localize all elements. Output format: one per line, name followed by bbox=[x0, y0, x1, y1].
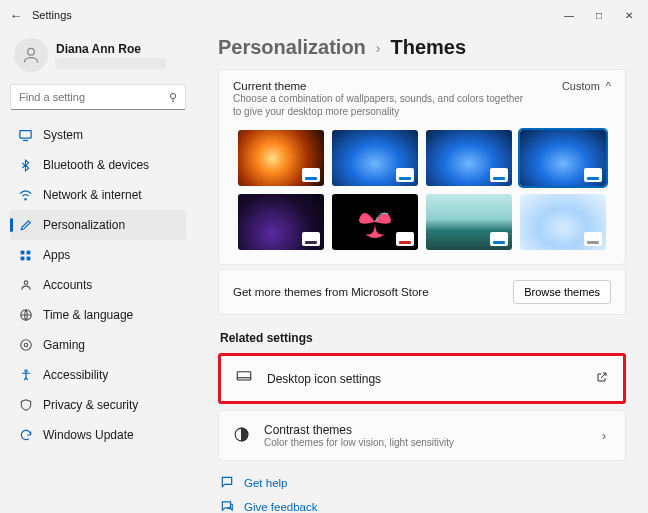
update-icon bbox=[18, 428, 33, 443]
nav-gaming[interactable]: Gaming bbox=[10, 330, 186, 360]
nav-system[interactable]: System bbox=[10, 120, 186, 150]
nav-network[interactable]: Network & internet bbox=[10, 180, 186, 210]
accessibility-icon bbox=[18, 368, 33, 383]
nav-accounts[interactable]: Accounts bbox=[10, 270, 186, 300]
nav-label: Apps bbox=[43, 248, 70, 262]
breadcrumb: Personalization › Themes bbox=[218, 36, 626, 59]
avatar-icon bbox=[14, 38, 48, 72]
globe-icon bbox=[18, 308, 33, 323]
theme-mode-toggle[interactable]: Custom ^ bbox=[562, 80, 611, 92]
feedback-icon bbox=[220, 499, 234, 513]
wifi-icon bbox=[18, 188, 33, 203]
svg-point-2 bbox=[25, 198, 26, 199]
link-label: Get help bbox=[244, 477, 287, 489]
user-name: Diana Ann Roe bbox=[56, 42, 166, 56]
nav-label: Time & language bbox=[43, 308, 133, 322]
user-email-hidden bbox=[56, 58, 166, 69]
bluetooth-icon bbox=[18, 158, 33, 173]
store-text: Get more themes from Microsoft Store bbox=[233, 286, 429, 298]
row-sublabel: Color themes for low vision, light sensi… bbox=[264, 437, 583, 448]
gaming-icon bbox=[18, 338, 33, 353]
titlebar: ← Settings ― □ ✕ bbox=[0, 0, 648, 30]
chevron-right-icon: › bbox=[597, 429, 611, 443]
theme-mode-label: Custom bbox=[562, 80, 600, 92]
person-icon bbox=[18, 278, 33, 293]
window-title: Settings bbox=[32, 9, 72, 21]
nav-label: Windows Update bbox=[43, 428, 134, 442]
svg-rect-3 bbox=[21, 250, 25, 254]
row-label: Desktop icon settings bbox=[267, 372, 581, 386]
back-button[interactable]: ← bbox=[4, 8, 28, 23]
theme-thumb[interactable] bbox=[332, 194, 418, 250]
theme-thumb[interactable] bbox=[426, 194, 512, 250]
svg-point-11 bbox=[24, 370, 26, 372]
card-title: Current theme bbox=[233, 80, 552, 92]
nav-privacy[interactable]: Privacy & security bbox=[10, 390, 186, 420]
nav-label: Privacy & security bbox=[43, 398, 138, 412]
shield-icon bbox=[18, 398, 33, 413]
nav-time[interactable]: Time & language bbox=[10, 300, 186, 330]
desktop-icon-settings-row[interactable]: Desktop icon settings bbox=[218, 353, 626, 404]
nav-label: Accounts bbox=[43, 278, 92, 292]
sidebar: Diana Ann Roe ⚲ System Bluetooth & devic… bbox=[0, 30, 196, 513]
contrast-icon bbox=[233, 426, 250, 446]
chevron-up-icon: ^ bbox=[606, 80, 611, 92]
svg-point-10 bbox=[24, 343, 28, 347]
nav-list: System Bluetooth & devices Network & int… bbox=[10, 120, 186, 450]
theme-thumb[interactable] bbox=[520, 130, 606, 186]
svg-rect-12 bbox=[237, 372, 251, 380]
row-label: Contrast themes bbox=[264, 423, 583, 437]
nav-accessibility[interactable]: Accessibility bbox=[10, 360, 186, 390]
svg-point-9 bbox=[20, 340, 31, 351]
svg-rect-6 bbox=[27, 256, 31, 260]
external-link-icon bbox=[595, 371, 609, 386]
system-icon bbox=[18, 128, 33, 143]
search-input[interactable] bbox=[19, 91, 169, 103]
svg-rect-4 bbox=[27, 250, 31, 254]
nav-update[interactable]: Windows Update bbox=[10, 420, 186, 450]
themes-grid bbox=[233, 130, 611, 250]
theme-thumb[interactable] bbox=[426, 130, 512, 186]
nav-bluetooth[interactable]: Bluetooth & devices bbox=[10, 150, 186, 180]
chevron-right-icon: › bbox=[376, 40, 381, 56]
theme-thumb[interactable] bbox=[238, 194, 324, 250]
nav-label: Network & internet bbox=[43, 188, 142, 202]
nav-label: System bbox=[43, 128, 83, 142]
maximize-button[interactable]: □ bbox=[584, 2, 614, 28]
theme-thumb[interactable] bbox=[520, 194, 606, 250]
search-box[interactable]: ⚲ bbox=[10, 84, 186, 110]
breadcrumb-parent[interactable]: Personalization bbox=[218, 36, 366, 59]
help-icon bbox=[220, 475, 234, 491]
nav-personalization[interactable]: Personalization bbox=[10, 210, 186, 240]
svg-point-7 bbox=[24, 281, 28, 285]
get-help-link[interactable]: Get help bbox=[220, 475, 626, 491]
contrast-themes-row[interactable]: Contrast themes Color themes for low vis… bbox=[218, 410, 626, 461]
feedback-link[interactable]: Give feedback bbox=[220, 499, 626, 513]
nav-label: Gaming bbox=[43, 338, 85, 352]
current-theme-card: Current theme Choose a combination of wa… bbox=[218, 69, 626, 265]
main-content: Personalization › Themes Current theme C… bbox=[196, 30, 648, 513]
apps-icon bbox=[18, 248, 33, 263]
nav-apps[interactable]: Apps bbox=[10, 240, 186, 270]
help-links: Get help Give feedback bbox=[218, 475, 626, 513]
brush-icon bbox=[18, 218, 33, 233]
related-heading: Related settings bbox=[220, 331, 626, 345]
monitor-icon bbox=[235, 368, 253, 389]
user-block[interactable]: Diana Ann Roe bbox=[10, 34, 186, 84]
svg-rect-1 bbox=[20, 130, 31, 138]
theme-thumb[interactable] bbox=[238, 130, 324, 186]
nav-label: Personalization bbox=[43, 218, 125, 232]
browse-themes-button[interactable]: Browse themes bbox=[513, 280, 611, 304]
breadcrumb-current: Themes bbox=[390, 36, 466, 59]
svg-rect-5 bbox=[21, 256, 25, 260]
card-subtitle: Choose a combination of wallpapers, soun… bbox=[233, 92, 533, 118]
link-label: Give feedback bbox=[244, 501, 318, 513]
search-icon: ⚲ bbox=[169, 91, 177, 104]
svg-point-0 bbox=[28, 48, 35, 55]
close-button[interactable]: ✕ bbox=[614, 2, 644, 28]
nav-label: Bluetooth & devices bbox=[43, 158, 149, 172]
theme-thumb[interactable] bbox=[332, 130, 418, 186]
nav-label: Accessibility bbox=[43, 368, 108, 382]
minimize-button[interactable]: ― bbox=[554, 2, 584, 28]
store-row: Get more themes from Microsoft Store Bro… bbox=[218, 269, 626, 315]
